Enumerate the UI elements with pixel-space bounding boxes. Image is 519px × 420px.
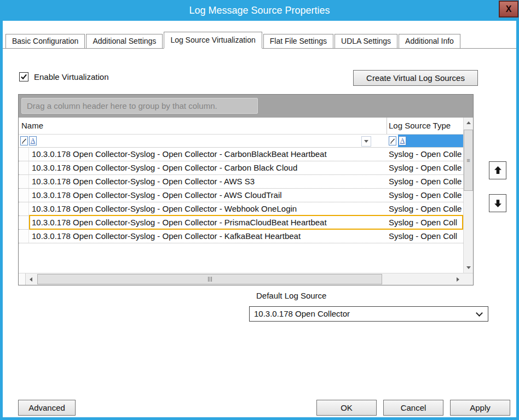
- row-name: 10.3.0.178 Open Collector-Syslog - Open …: [32, 216, 385, 230]
- close-button[interactable]: X: [499, 1, 518, 18]
- vertical-scrollbar[interactable]: ≡: [463, 118, 473, 273]
- enable-virtualization-row: Enable Virtualization: [19, 72, 108, 81]
- thumb-grip-icon: ≡: [466, 158, 470, 164]
- cancel-button[interactable]: Cancel: [383, 400, 443, 416]
- enable-virtualization-label: Enable Virtualization: [34, 72, 108, 81]
- table-row-highlighted[interactable]: 10.3.0.178 Open Collector-Syslog - Open …: [19, 216, 463, 230]
- table-row[interactable]: 10.3.0.178 Open Collector-Syslog - Open …: [19, 161, 463, 175]
- create-virtual-log-sources-button[interactable]: Create Virtual Log Sources: [353, 70, 478, 86]
- chevron-down-icon: [364, 140, 368, 143]
- group-by-hint: Drag a column header here to group by th…: [21, 98, 258, 114]
- log-message-source-properties-dialog: Log Message Source Properties X Basic Co…: [0, 0, 519, 420]
- column-header-log-source-type[interactable]: Log Source Type: [389, 118, 451, 134]
- horizontal-scrollbar-thumb[interactable]: [37, 274, 382, 284]
- scroll-right-button[interactable]: [453, 275, 463, 284]
- default-log-source-label: Default Log Source: [256, 291, 326, 300]
- tab-log-source-virtualization[interactable]: Log Source Virtualization: [164, 32, 262, 49]
- grid-corner-notch: [19, 273, 26, 285]
- chevron-down-icon: [476, 310, 483, 317]
- row-indicator: [19, 189, 29, 202]
- row-name: 10.3.0.178 Open Collector-Syslog - Open …: [32, 148, 385, 161]
- type-filter-selection[interactable]: A: [398, 135, 463, 147]
- tab-udla-settings[interactable]: UDLA Settings: [335, 34, 397, 48]
- row-indicator: [19, 202, 29, 215]
- row-type: Syslog - Open Colle: [389, 161, 462, 175]
- scroll-left-button[interactable]: [26, 275, 36, 284]
- dialog-content: Basic Configuration Additional Settings …: [3, 21, 516, 417]
- filter-row: A A: [19, 134, 463, 148]
- table-row[interactable]: 10.3.0.178 Open Collector-Syslog - Open …: [19, 175, 463, 189]
- row-type: Syslog - Open Colle: [389, 175, 462, 189]
- row-indicator: [19, 161, 29, 174]
- scrollbar-corner: [463, 273, 473, 285]
- up-arrow-icon: [493, 166, 503, 175]
- column-header-name[interactable]: Name: [21, 118, 43, 134]
- virtual-log-sources-grid: Drag a column header here to group by th…: [18, 94, 474, 285]
- window-title: Log Message Source Properties: [189, 5, 330, 16]
- row-indicator: [19, 148, 29, 161]
- tab-strip: Basic Configuration Additional Settings …: [3, 32, 516, 49]
- row-type: Syslog - Open Colle: [389, 189, 462, 202]
- scroll-up-icon: [466, 121, 471, 124]
- scroll-left-icon: [30, 277, 32, 282]
- ok-button[interactable]: OK: [316, 400, 377, 416]
- name-filter-a-icon[interactable]: A: [29, 136, 37, 145]
- titlebar: Log Message Source Properties X: [0, 0, 519, 21]
- row-name: 10.3.0.178 Open Collector-Syslog - Open …: [32, 230, 385, 243]
- advanced-button[interactable]: Advanced: [18, 400, 76, 416]
- row-indicator: [19, 175, 29, 188]
- column-header-row: Name Log Source Type: [19, 118, 463, 134]
- grid-rows: 10.3.0.178 Open Collector-Syslog - Open …: [19, 148, 463, 243]
- checkmark-icon: [20, 73, 27, 80]
- table-row[interactable]: 10.3.0.178 Open Collector-Syslog - Open …: [19, 230, 463, 243]
- apply-button[interactable]: Apply: [450, 400, 510, 416]
- tab-flat-file-settings[interactable]: Flat File Settings: [263, 34, 333, 48]
- row-name: 10.3.0.178 Open Collector-Syslog - Open …: [32, 161, 385, 175]
- row-indicator: [19, 230, 29, 243]
- enable-virtualization-checkbox[interactable]: [19, 72, 28, 81]
- row-name: 10.3.0.178 Open Collector-Syslog - Open …: [32, 202, 385, 216]
- scroll-up-button[interactable]: [464, 118, 473, 127]
- table-row[interactable]: 10.3.0.178 Open Collector-Syslog - Open …: [19, 189, 463, 202]
- table-row[interactable]: 10.3.0.178 Open Collector-Syslog - Open …: [19, 202, 463, 216]
- row-type: Syslog - Open Coll: [389, 230, 462, 243]
- row-type: Syslog - Open Coll: [389, 216, 462, 230]
- tab-additional-settings[interactable]: Additional Settings: [86, 34, 163, 48]
- row-name: 10.3.0.178 Open Collector-Syslog - Open …: [32, 175, 385, 189]
- scroll-down-button[interactable]: [464, 263, 473, 272]
- vertical-scrollbar-thumb[interactable]: ≡: [464, 130, 473, 191]
- row-indicator: [19, 216, 29, 229]
- tab-additional-info[interactable]: Additional Info: [399, 34, 460, 48]
- default-log-source-combo[interactable]: 10.3.0.178 Open Collector: [249, 306, 488, 322]
- row-type: Syslog - Open Colle: [389, 148, 462, 161]
- type-filter-a-icon[interactable]: A: [399, 136, 406, 145]
- row-type: Syslog - Open Colle: [389, 202, 462, 216]
- tab-basic-configuration[interactable]: Basic Configuration: [5, 34, 85, 48]
- group-by-band: Drag a column header here to group by th…: [19, 95, 473, 118]
- horizontal-scrollbar[interactable]: [19, 273, 473, 285]
- down-arrow-icon: [493, 199, 503, 208]
- move-down-button[interactable]: [489, 194, 506, 212]
- table-row[interactable]: 10.3.0.178 Open Collector-Syslog - Open …: [19, 148, 463, 161]
- type-filter-edit-icon[interactable]: [389, 136, 396, 145]
- scroll-down-icon: [466, 266, 471, 269]
- name-filter-edit-icon[interactable]: [20, 136, 28, 145]
- close-icon: X: [506, 4, 512, 14]
- name-filter-dropdown[interactable]: [361, 136, 371, 147]
- default-log-source-value: 10.3.0.178 Open Collector: [254, 307, 350, 321]
- move-up-button[interactable]: [489, 161, 506, 179]
- scroll-right-icon: [457, 277, 459, 282]
- row-name: 10.3.0.178 Open Collector-Syslog - Open …: [32, 189, 385, 202]
